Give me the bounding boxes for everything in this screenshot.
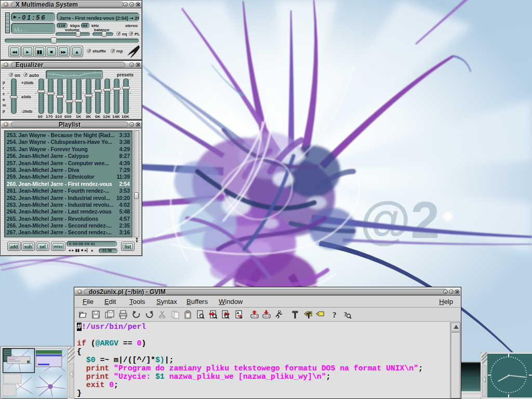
svg-text:?: ? [332, 311, 337, 319]
svg-text:?: ? [344, 311, 347, 318]
svg-text:B: B [240, 315, 243, 320]
